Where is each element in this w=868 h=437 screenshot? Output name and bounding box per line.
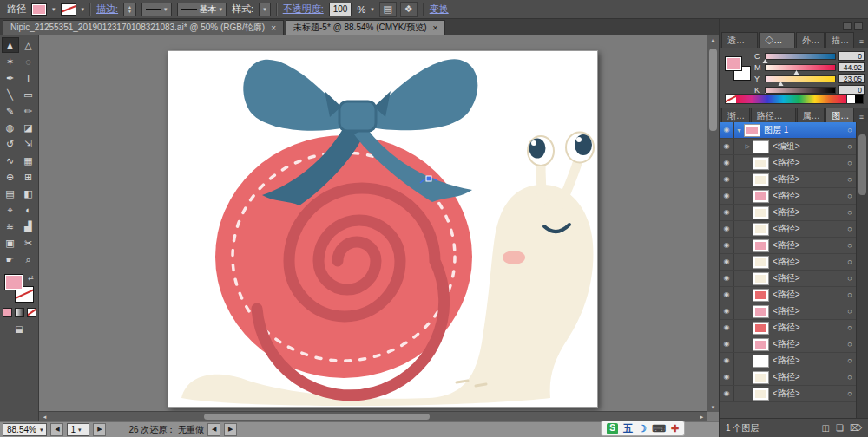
vertical-scroll-thumb[interactable]: [709, 49, 717, 131]
scroll-up-icon[interactable]: ▴: [707, 35, 719, 44]
magic-wand-tool[interactable]: ✶: [2, 54, 19, 69]
stroke-dropdown-icon[interactable]: ▾: [82, 6, 85, 13]
layer-name-label[interactable]: <路径>: [773, 388, 843, 400]
style-dropdown[interactable]: ▾: [259, 3, 271, 16]
scale-tool[interactable]: ⇲: [20, 136, 37, 152]
blob-brush-tool[interactable]: ◍: [2, 120, 19, 135]
shape-builder-tool[interactable]: ⊕: [2, 169, 19, 185]
tab-描边[interactable]: 描边: [825, 32, 854, 48]
path-row[interactable]: ◉<路径>○: [720, 303, 857, 320]
white-swatch[interactable]: [846, 95, 855, 103]
gradient-tool[interactable]: ◧: [20, 186, 37, 201]
layer-thumbnail[interactable]: [753, 223, 769, 236]
opacity-value-field[interactable]: 100: [329, 3, 352, 16]
path-row[interactable]: ◉<路径>○: [720, 155, 857, 172]
expand-triangle-icon[interactable]: ▷: [743, 143, 753, 150]
lasso-tool[interactable]: ◌: [20, 54, 37, 69]
layer-name-label[interactable]: <路径>: [773, 338, 843, 350]
page-number-field[interactable]: 1▾: [67, 423, 89, 436]
target-circle-icon[interactable]: ○: [843, 258, 857, 266]
target-circle-icon[interactable]: ○: [843, 323, 857, 332]
line-segment-tool[interactable]: ╲: [2, 87, 19, 102]
visibility-eye-icon[interactable]: ◉: [720, 271, 734, 286]
black-swatch[interactable]: [855, 95, 863, 103]
mesh-tool[interactable]: ▤: [2, 186, 19, 201]
delete-layer-icon[interactable]: ⌦: [850, 423, 862, 433]
rotate-tool[interactable]: ↺: [2, 136, 19, 152]
m-slider[interactable]: [765, 64, 836, 71]
layer-thumbnail[interactable]: [753, 239, 769, 252]
status-forward-icon[interactable]: ▶: [224, 423, 237, 436]
tab-路径查找器[interactable]: 路径查找器: [751, 108, 796, 123]
panel-menu-icon[interactable]: ≡: [855, 37, 868, 48]
target-circle-icon[interactable]: ○: [843, 225, 857, 233]
layer-thumbnail[interactable]: [753, 388, 769, 401]
layer-name-label[interactable]: <路径>: [773, 190, 843, 202]
opacity-dropdown-icon[interactable]: ▾: [371, 6, 374, 13]
slice-tool[interactable]: ✂: [20, 235, 37, 251]
layer-name-label[interactable]: <路径>: [773, 305, 843, 317]
layer-name-label[interactable]: 图层 1: [764, 124, 843, 136]
layer-thumbnail[interactable]: [753, 289, 769, 302]
target-circle-icon[interactable]: ○: [843, 274, 857, 283]
target-circle-icon[interactable]: ○: [843, 192, 857, 200]
zoom-level-field[interactable]: 88.54%▾: [3, 423, 47, 436]
target-circle-icon[interactable]: ○: [843, 307, 857, 316]
layer-name-label[interactable]: <路径>: [773, 371, 843, 383]
free-transform-tool[interactable]: ▦: [20, 153, 37, 168]
layer-thumbnail[interactable]: [753, 190, 769, 203]
layer-thumbnail[interactable]: [753, 371, 769, 384]
swap-fill-stroke-icon[interactable]: ⇄: [28, 274, 34, 282]
gradient-mode-button[interactable]: [15, 308, 24, 317]
group-row[interactable]: ◉▷<编组>○: [720, 139, 857, 155]
path-row[interactable]: ◉<路径>○: [720, 205, 857, 221]
layer-thumbnail[interactable]: [753, 272, 769, 285]
scroll-right-icon[interactable]: ▸: [696, 412, 707, 421]
path-row[interactable]: ◉<路径>○: [720, 221, 857, 238]
visibility-eye-icon[interactable]: ◉: [720, 287, 734, 303]
eyedropper-tool[interactable]: ⌖: [2, 202, 19, 218]
type-tool[interactable]: T: [20, 70, 37, 86]
width-tool[interactable]: ∿: [2, 153, 19, 168]
dock-menu-icon[interactable]: [854, 22, 863, 30]
status-back-icon[interactable]: ◀: [207, 423, 220, 436]
color-mode-button[interactable]: [3, 308, 12, 317]
opacity-link[interactable]: 不透明度:: [283, 3, 324, 16]
visibility-eye-icon[interactable]: ◉: [720, 122, 734, 138]
preferences-icon[interactable]: ❖: [400, 2, 418, 17]
visibility-eye-icon[interactable]: ◉: [720, 205, 734, 220]
perspective-grid-tool[interactable]: ⊞: [20, 169, 37, 185]
slider-thumb[interactable]: [793, 70, 799, 75]
layer-thumbnail[interactable]: [744, 124, 760, 137]
visibility-eye-icon[interactable]: ◉: [720, 369, 734, 385]
target-circle-icon[interactable]: ○: [843, 389, 857, 398]
panel-fill-swatch[interactable]: [725, 56, 742, 71]
target-circle-icon[interactable]: ○: [843, 290, 857, 299]
layer-thumbnail[interactable]: [753, 305, 769, 318]
column-graph-tool[interactable]: ▟: [20, 218, 37, 234]
y-value-field[interactable]: 23.05: [838, 74, 865, 83]
layer-thumbnail[interactable]: [753, 338, 769, 351]
slider-thumb[interactable]: [779, 82, 784, 86]
none-swatch[interactable]: [726, 95, 736, 103]
target-circle-icon[interactable]: ○: [843, 175, 857, 184]
path-row[interactable]: ◉<路径>○: [720, 369, 857, 386]
layer-thumbnail[interactable]: [753, 173, 769, 186]
layer-name-label[interactable]: <路径>: [773, 157, 843, 169]
make-clipping-mask-icon[interactable]: ◫: [821, 423, 829, 433]
visibility-eye-icon[interactable]: ◉: [720, 336, 734, 352]
stroke-color-swatch[interactable]: [61, 3, 76, 16]
selection-tool[interactable]: ▲: [2, 37, 19, 53]
visibility-eye-icon[interactable]: ◉: [720, 155, 734, 171]
halfwidth-moon-icon[interactable]: ☽: [638, 422, 647, 434]
path-row[interactable]: ◉<路径>○: [720, 353, 857, 369]
pencil-tool[interactable]: ✏: [20, 103, 37, 119]
visibility-eye-icon[interactable]: ◉: [720, 139, 734, 154]
transform-link[interactable]: 变换: [430, 3, 449, 16]
layer-thumbnail[interactable]: [753, 322, 769, 335]
layer-name-label[interactable]: <编组>: [773, 140, 843, 153]
tab-颜色[interactable]: ◇颜色: [759, 32, 795, 48]
artboard-tool[interactable]: ▣: [2, 235, 19, 251]
target-circle-icon[interactable]: ○: [843, 126, 857, 134]
path-row[interactable]: ◉<路径>○: [720, 172, 857, 188]
